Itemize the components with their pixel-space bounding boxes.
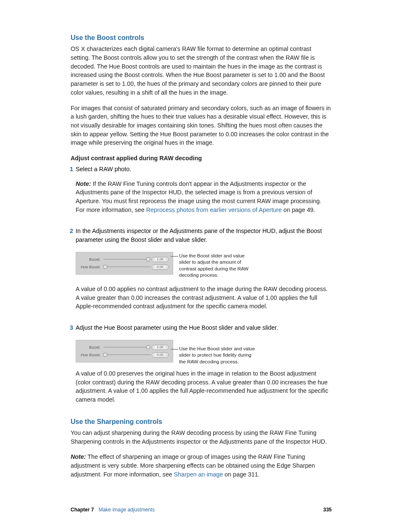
boost-slider-thumb[interactable] xyxy=(146,257,150,261)
link-reprocess[interactable]: Reprocess photos from earlier versions o… xyxy=(146,206,282,213)
figure-callout: Use the Hue Boost slider and value slide… xyxy=(173,346,257,365)
hue-boost-slider-thumb[interactable] xyxy=(103,353,107,357)
chapter-title: Make image adjustments xyxy=(99,507,155,513)
boost-slider[interactable] xyxy=(103,259,150,259)
step-number: 1 xyxy=(68,165,76,221)
hue-boost-label: Hue Boost: xyxy=(80,352,102,358)
stepper-increment-icon[interactable]: › xyxy=(166,353,167,357)
link-sharpen[interactable]: Sharpen an image xyxy=(174,471,223,478)
note-paragraph: Note: If the RAW Fine Tuning controls do… xyxy=(76,180,332,214)
hue-boost-slider-thumb[interactable] xyxy=(103,265,107,269)
boost-stepper[interactable]: ‹ 1.00 › xyxy=(152,345,169,350)
boost-label: Boost: xyxy=(80,344,102,350)
body-paragraph: For images that consist of saturated pri… xyxy=(71,104,332,148)
step-text: Select a RAW photo. xyxy=(76,165,332,174)
boost-label: Boost: xyxy=(80,257,102,262)
chapter-label: Chapter 7 xyxy=(71,507,94,513)
stepper-increment-icon[interactable]: › xyxy=(166,257,167,262)
page-footer: Chapter 7 Make image adjustments 335 xyxy=(71,506,332,513)
hue-boost-value: 0.00 xyxy=(157,265,164,270)
hue-boost-slider[interactable] xyxy=(103,355,150,355)
note-body-tail: on page 49. xyxy=(282,206,315,213)
stepper-increment-icon[interactable]: › xyxy=(166,265,167,269)
hue-boost-value: 0.00 xyxy=(157,352,164,357)
step-number: 3 xyxy=(68,323,76,411)
boost-stepper[interactable]: ‹ 1.00 › xyxy=(152,257,169,262)
stepper-decrement-icon[interactable]: ‹ xyxy=(153,345,154,349)
body-paragraph: OS X characterizes each digital camera's… xyxy=(71,45,332,97)
hue-boost-stepper[interactable]: ‹ 0.00 › xyxy=(152,265,169,270)
body-paragraph: You can adjust sharpening during the RAW… xyxy=(71,429,332,446)
body-paragraph: A value of 0.00 preserves the original h… xyxy=(76,369,332,404)
step-number: 2 xyxy=(68,227,76,318)
stepper-decrement-icon[interactable]: ‹ xyxy=(153,353,154,357)
step-2: 2 In the Adjustments inspector or the Ad… xyxy=(71,227,332,318)
boost-value: 1.00 xyxy=(157,345,164,350)
hue-panel: Boost: ‹ 1.00 › Hue Boost: xyxy=(76,340,173,363)
step-1: 1 Select a RAW photo. Note: If the RAW F… xyxy=(71,165,332,221)
step-3: 3 Adjust the Hue Boost parameter using t… xyxy=(71,323,332,411)
stepper-decrement-icon[interactable]: ‹ xyxy=(153,257,154,262)
subheading: Adjust contrast applied during RAW decod… xyxy=(71,154,332,163)
note-paragraph: Note: The effect of sharpening an image … xyxy=(71,453,332,479)
stepper-increment-icon[interactable]: › xyxy=(166,345,167,349)
boost-slider-thumb[interactable] xyxy=(146,345,150,349)
boost-panel: Boost: ‹ 1.00 › Hue Boost: xyxy=(76,252,173,275)
stepper-decrement-icon[interactable]: ‹ xyxy=(153,265,154,269)
section-heading-sharpening: Use the Sharpening controls xyxy=(71,417,332,426)
section-heading-boost: Use the Boost controls xyxy=(71,33,332,42)
hue-boost-label: Hue Boost: xyxy=(80,264,102,270)
page-number: 335 xyxy=(323,506,332,513)
body-paragraph: A value of 0.00 applies no contrast adju… xyxy=(76,285,332,311)
note-label: Note: xyxy=(71,453,86,460)
note-body-tail: on page 311. xyxy=(223,471,259,478)
step-text: Adjust the Hue Boost parameter using the… xyxy=(76,323,332,332)
figure-callout: Use the Boost slider and value slider to… xyxy=(173,253,257,279)
note-label: Note: xyxy=(76,180,91,187)
step-text: In the Adjustments inspector or the Adju… xyxy=(76,227,332,244)
boost-value: 1.00 xyxy=(157,257,164,262)
boost-slider[interactable] xyxy=(103,347,150,347)
hue-boost-slider[interactable] xyxy=(103,267,150,267)
hue-boost-stepper[interactable]: ‹ 0.00 › xyxy=(152,352,169,357)
